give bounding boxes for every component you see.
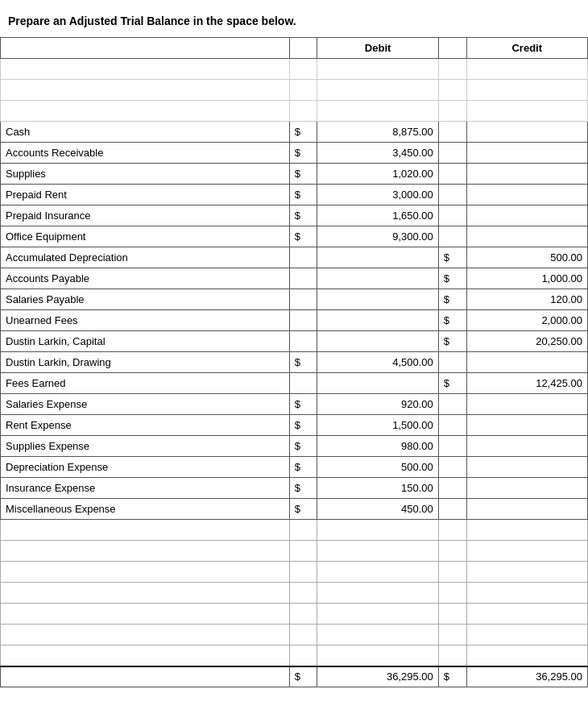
table-row: Depreciation Expense$500.00 [1,457,588,478]
totals-credit-amount: 36,295.00 [466,666,587,687]
credit-sign-cell [438,143,466,164]
account-cell: Dustin Larkin, Drawing [1,352,290,373]
totals-credit-sign: $ [438,666,466,687]
credit-sign-cell: $ [438,268,466,289]
credit-sign-cell [438,436,466,457]
table-row: Cash$8,875.00 [1,122,588,143]
credit-header: Credit [466,38,587,59]
debit-sign-header [289,38,317,59]
credit-sign-cell: $ [438,310,466,331]
debit-header: Debit [317,38,438,59]
credit-sign-cell: $ [438,373,466,394]
table-row: Supplies Expense$980.00 [1,436,588,457]
totals-debit-amount: 36,295.00 [317,666,438,687]
debit-sign-cell: $ [289,185,317,205]
page-title: Prepare an Adjusted Trial Balance in the… [0,8,588,37]
table-row: Dustin Larkin, Drawing$4,500.00 [1,352,588,373]
debit-amount-cell: 4,500.00 [317,352,438,373]
credit-amount-cell [466,164,587,185]
account-cell: Prepaid Insurance [1,205,290,226]
empty-row [1,80,588,101]
debit-amount-cell [317,247,438,268]
credit-sign-cell [438,164,466,185]
debit-amount-cell [317,289,438,310]
debit-amount-cell [317,331,438,352]
account-cell: Prepaid Rent [1,185,290,205]
empty-row [1,562,588,583]
debit-sign-cell [289,331,317,352]
table-row: Salaries Payable$120.00 [1,289,588,310]
table-row: Prepaid Insurance$1,650.00 [1,205,588,226]
debit-sign-cell [289,289,317,310]
credit-sign-cell [438,499,466,520]
debit-amount-cell [317,373,438,394]
account-cell: Insurance Expense [1,478,290,499]
empty-row [1,59,588,80]
table-row: Unearned Fees$2,000.00 [1,310,588,331]
debit-sign-cell: $ [289,352,317,373]
credit-amount-cell [466,436,587,457]
credit-amount-cell [466,143,587,164]
debit-sign-cell [289,310,317,331]
credit-amount-cell [466,122,587,143]
empty-row [1,520,588,541]
debit-sign-cell: $ [289,436,317,457]
credit-sign-cell [438,457,466,478]
credit-amount-cell [466,478,587,499]
credit-sign-cell [438,205,466,226]
debit-amount-cell [317,268,438,289]
credit-sign-cell [438,394,466,415]
debit-sign-cell: $ [289,164,317,185]
debit-sign-cell: $ [289,394,317,415]
page: Prepare an Adjusted Trial Balance in the… [0,0,588,695]
credit-sign-cell [438,226,466,247]
credit-amount-cell: 500.00 [466,247,587,268]
credit-amount-cell [466,499,587,520]
empty-row [1,604,588,625]
debit-sign-cell [289,373,317,394]
account-cell: Supplies [1,164,290,185]
debit-amount-cell: 1,020.00 [317,164,438,185]
totals-row: $ 36,295.00 $ 36,295.00 [1,666,588,687]
account-cell: Supplies Expense [1,436,290,457]
empty-row [1,625,588,646]
credit-amount-cell [466,394,587,415]
table-row: Miscellaneous Expense$450.00 [1,499,588,520]
account-cell: Dustin Larkin, Capital [1,331,290,352]
account-header [1,38,290,59]
credit-amount-cell: 1,000.00 [466,268,587,289]
debit-amount-cell [317,310,438,331]
debit-sign-cell: $ [289,143,317,164]
account-cell: Depreciation Expense [1,457,290,478]
account-cell: Fees Earned [1,373,290,394]
account-cell: Miscellaneous Expense [1,499,290,520]
debit-amount-cell: 450.00 [317,499,438,520]
debit-amount-cell: 980.00 [317,436,438,457]
account-cell: Cash [1,122,290,143]
credit-amount-cell: 20,250.00 [466,331,587,352]
credit-amount-cell [466,226,587,247]
empty-row [1,583,588,604]
trial-balance-table: Debit Credit Cash$8,875.00Accounts Recei… [0,37,588,687]
debit-sign-cell: $ [289,457,317,478]
empty-row [1,541,588,562]
credit-amount-cell: 12,425.00 [466,373,587,394]
debit-amount-cell: 9,300.00 [317,226,438,247]
debit-sign-cell: $ [289,226,317,247]
empty-row [1,646,588,666]
debit-amount-cell: 500.00 [317,457,438,478]
credit-sign-cell [438,352,466,373]
account-cell: Accumulated Depreciation [1,247,290,268]
account-cell: Rent Expense [1,415,290,436]
debit-sign-cell [289,268,317,289]
credit-amount-cell [466,185,587,205]
empty-row [1,101,588,122]
debit-sign-cell: $ [289,205,317,226]
account-cell: Salaries Payable [1,289,290,310]
credit-amount-cell [466,205,587,226]
debit-sign-cell [289,247,317,268]
table-row: Accumulated Depreciation$500.00 [1,247,588,268]
credit-amount-cell [466,415,587,436]
credit-sign-cell: $ [438,247,466,268]
table-row: Prepaid Rent$3,000.00 [1,185,588,205]
